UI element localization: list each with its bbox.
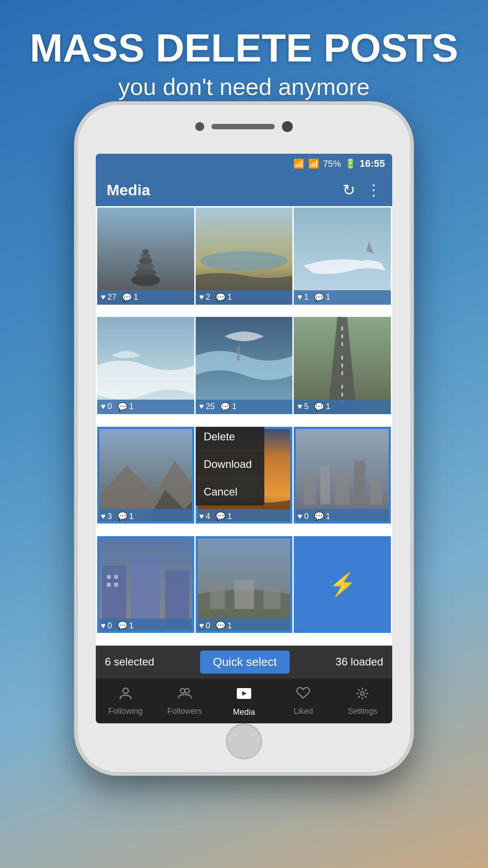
following-icon: [118, 686, 133, 704]
heart-icon-10: ♥: [101, 621, 106, 631]
followers-label: Followers: [167, 707, 202, 716]
likes-7: ♥3: [101, 512, 112, 521]
photo-item-9[interactable]: ♥0 💬1: [294, 427, 391, 524]
likes-1: ♥27: [101, 292, 117, 302]
svg-rect-30: [107, 575, 111, 579]
nav-item-liked[interactable]: Liked: [274, 683, 333, 720]
cancel-option[interactable]: Cancel: [196, 478, 265, 505]
photo-item-4[interactable]: ♥0 💬1: [97, 317, 194, 414]
comments-6: 💬1: [314, 402, 330, 412]
photo-stats-1: ♥27 💬1: [97, 290, 194, 305]
photo-stats-8: ♥4 💬1: [196, 509, 293, 524]
likes-4: ♥0: [101, 402, 112, 411]
comments-2: 💬1: [216, 292, 232, 302]
download-option[interactable]: Download: [196, 451, 265, 478]
nav-item-followers[interactable]: Followers: [155, 683, 214, 720]
settings-icon: [355, 686, 370, 704]
media-grid-container: ♥27 💬1 ♥2 💬1: [96, 206, 392, 678]
comments-1: 💬1: [122, 292, 138, 302]
svg-rect-37: [263, 587, 281, 609]
likes-5: ♥25: [199, 402, 215, 411]
likes-10: ♥0: [101, 621, 112, 631]
comment-icon-2: 💬: [216, 292, 225, 302]
svg-rect-12: [237, 346, 239, 361]
svg-point-8: [200, 251, 287, 271]
photo-item-7[interactable]: ♥3 💬1: [97, 427, 194, 524]
heart-icon-4: ♥: [101, 402, 106, 411]
signal-icon: 📶: [308, 158, 319, 169]
photo-item-5[interactable]: ♥25 💬1: [196, 317, 293, 414]
quick-action-icon: ⚡: [328, 571, 357, 598]
status-bar: 📶 📶 75% 🔋 16:55: [96, 154, 392, 174]
nav-item-media[interactable]: Media: [214, 682, 273, 721]
home-button[interactable]: [226, 723, 262, 760]
heart-icon-9: ♥: [297, 512, 302, 521]
quick-select-button[interactable]: Quick select: [200, 651, 290, 674]
comments-5: 💬1: [220, 402, 236, 412]
media-icon: [236, 685, 252, 705]
selected-count: 6 selected: [105, 656, 154, 668]
promo-section: MASS DELETE POSTS you don't need anymore: [0, 0, 488, 114]
photo-item-6[interactable]: ♥5 💬1: [294, 317, 391, 414]
svg-point-44: [361, 692, 364, 695]
nav-item-following[interactable]: Following: [96, 683, 155, 720]
photo-stats-5: ♥25 💬1: [196, 400, 293, 414]
photo-item-2[interactable]: ♥2 💬1: [196, 208, 293, 305]
svg-rect-35: [210, 585, 225, 609]
phone-top-bar: [176, 118, 312, 136]
photo-stats-3: ♥1 💬1: [294, 290, 391, 305]
svg-rect-22: [320, 465, 330, 504]
heart-icon-7: ♥: [101, 512, 106, 521]
comment-icon-1: 💬: [122, 292, 132, 302]
quick-action-fab-cell[interactable]: ⚡: [294, 536, 391, 633]
bottom-nav: Following Followers: [96, 678, 392, 723]
following-label: Following: [108, 707, 143, 716]
loaded-count: 36 loaded: [336, 656, 383, 668]
svg-rect-24: [354, 461, 365, 505]
comment-icon-3: 💬: [314, 292, 324, 302]
comment-icon-6: 💬: [314, 402, 324, 412]
media-grid: ♥27 💬1 ♥2 💬1: [96, 206, 392, 646]
photo-item-10[interactable]: ♥0 💬1: [97, 536, 194, 633]
photo-item-8[interactable]: Delete Download Cancel ♥4 💬1 🗑: [196, 427, 293, 524]
comment-icon-5: 💬: [220, 402, 230, 412]
nav-item-settings[interactable]: Settings: [333, 683, 392, 720]
more-options-icon[interactable]: ⋮: [366, 181, 381, 199]
settings-label: Settings: [348, 707, 377, 716]
status-icons: 📶 📶 75% 🔋 16:55: [293, 158, 385, 170]
photo-item-1[interactable]: ♥27 💬1: [97, 208, 194, 305]
photo-stats-2: ♥2 💬1: [196, 290, 293, 305]
photo-item-3[interactable]: ♥1 💬1: [294, 208, 391, 305]
comments-10: 💬1: [117, 621, 134, 631]
heart-icon-2: ♥: [199, 292, 204, 302]
likes-8: ♥4: [199, 512, 211, 521]
liked-icon: [296, 686, 310, 704]
comment-icon-4: 💬: [117, 402, 127, 412]
photo-stats-10: ♥0 💬1: [97, 618, 194, 633]
phone-mockup: 📶 📶 75% 🔋 16:55 Media ↻ ⋮: [77, 104, 411, 773]
promo-subtitle: you don't need anymore: [18, 73, 470, 100]
comments-9: 💬1: [314, 511, 330, 521]
comments-8: 💬1: [216, 511, 232, 521]
heart-icon-6: ♥: [297, 402, 302, 411]
svg-point-38: [123, 688, 128, 693]
delete-option[interactable]: Delete: [196, 427, 265, 451]
comments-4: 💬1: [117, 402, 134, 412]
wifi-icon: 📶: [293, 158, 305, 169]
comment-icon-11: 💬: [216, 621, 225, 631]
svg-point-6: [142, 249, 149, 254]
bottom-action-bar: 6 selected Quick select 36 loaded: [96, 646, 392, 678]
svg-point-39: [180, 689, 185, 693]
likes-3: ♥1: [297, 292, 309, 302]
camera-front: [282, 121, 293, 132]
likes-9: ♥0: [297, 512, 309, 521]
svg-rect-28: [131, 556, 160, 628]
toolbar-title: Media: [107, 181, 150, 199]
svg-rect-21: [304, 475, 316, 504]
comment-icon-8: 💬: [216, 511, 225, 521]
comments-7: 💬1: [117, 511, 134, 521]
photo-item-11[interactable]: ♥0 💬1: [196, 536, 293, 633]
svg-rect-32: [107, 583, 111, 587]
refresh-icon[interactable]: ↻: [343, 181, 355, 199]
svg-rect-23: [335, 470, 350, 504]
